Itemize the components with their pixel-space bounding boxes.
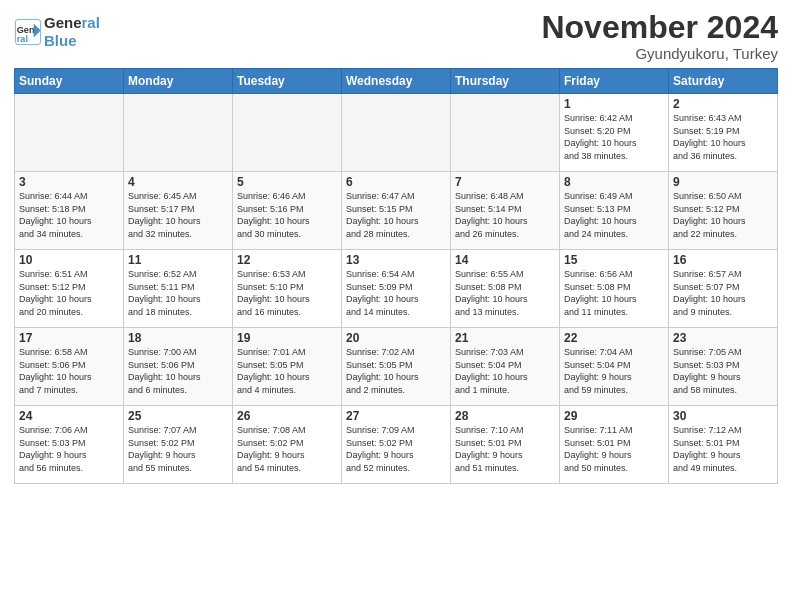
week-row-5: 24Sunrise: 7:06 AMSunset: 5:03 PMDayligh… bbox=[15, 406, 778, 484]
calendar-cell: 11Sunrise: 6:52 AMSunset: 5:11 PMDayligh… bbox=[124, 250, 233, 328]
day-number: 14 bbox=[455, 253, 555, 267]
day-info: Sunrise: 7:00 AMSunset: 5:06 PMDaylight:… bbox=[128, 346, 228, 396]
calendar-cell: 30Sunrise: 7:12 AMSunset: 5:01 PMDayligh… bbox=[669, 406, 778, 484]
day-number: 6 bbox=[346, 175, 446, 189]
day-number: 20 bbox=[346, 331, 446, 345]
day-number: 30 bbox=[673, 409, 773, 423]
calendar-cell: 10Sunrise: 6:51 AMSunset: 5:12 PMDayligh… bbox=[15, 250, 124, 328]
day-number: 28 bbox=[455, 409, 555, 423]
day-number: 8 bbox=[564, 175, 664, 189]
logo-line2: Blue bbox=[44, 32, 100, 50]
day-info: Sunrise: 7:11 AMSunset: 5:01 PMDaylight:… bbox=[564, 424, 664, 474]
day-number: 29 bbox=[564, 409, 664, 423]
calendar-cell bbox=[15, 94, 124, 172]
day-number: 23 bbox=[673, 331, 773, 345]
logo: Gene ral General Blue bbox=[14, 14, 100, 50]
day-number: 16 bbox=[673, 253, 773, 267]
day-number: 21 bbox=[455, 331, 555, 345]
day-number: 17 bbox=[19, 331, 119, 345]
day-info: Sunrise: 6:56 AMSunset: 5:08 PMDaylight:… bbox=[564, 268, 664, 318]
day-info: Sunrise: 6:51 AMSunset: 5:12 PMDaylight:… bbox=[19, 268, 119, 318]
calendar-cell: 25Sunrise: 7:07 AMSunset: 5:02 PMDayligh… bbox=[124, 406, 233, 484]
day-number: 9 bbox=[673, 175, 773, 189]
calendar-cell: 22Sunrise: 7:04 AMSunset: 5:04 PMDayligh… bbox=[560, 328, 669, 406]
day-number: 11 bbox=[128, 253, 228, 267]
day-number: 18 bbox=[128, 331, 228, 345]
day-info: Sunrise: 6:43 AMSunset: 5:19 PMDaylight:… bbox=[673, 112, 773, 162]
calendar-cell: 9Sunrise: 6:50 AMSunset: 5:12 PMDaylight… bbox=[669, 172, 778, 250]
day-info: Sunrise: 6:49 AMSunset: 5:13 PMDaylight:… bbox=[564, 190, 664, 240]
day-info: Sunrise: 7:09 AMSunset: 5:02 PMDaylight:… bbox=[346, 424, 446, 474]
day-info: Sunrise: 6:54 AMSunset: 5:09 PMDaylight:… bbox=[346, 268, 446, 318]
calendar-cell: 27Sunrise: 7:09 AMSunset: 5:02 PMDayligh… bbox=[342, 406, 451, 484]
calendar-cell: 19Sunrise: 7:01 AMSunset: 5:05 PMDayligh… bbox=[233, 328, 342, 406]
col-header-saturday: Saturday bbox=[669, 69, 778, 94]
col-header-sunday: Sunday bbox=[15, 69, 124, 94]
header: Gene ral General Blue November 2024 Gyun… bbox=[14, 10, 778, 62]
day-number: 24 bbox=[19, 409, 119, 423]
day-info: Sunrise: 6:52 AMSunset: 5:11 PMDaylight:… bbox=[128, 268, 228, 318]
day-number: 7 bbox=[455, 175, 555, 189]
day-info: Sunrise: 6:53 AMSunset: 5:10 PMDaylight:… bbox=[237, 268, 337, 318]
day-info: Sunrise: 6:47 AMSunset: 5:15 PMDaylight:… bbox=[346, 190, 446, 240]
day-info: Sunrise: 7:03 AMSunset: 5:04 PMDaylight:… bbox=[455, 346, 555, 396]
calendar: SundayMondayTuesdayWednesdayThursdayFrid… bbox=[14, 68, 778, 484]
month-title: November 2024 bbox=[541, 10, 778, 45]
day-number: 27 bbox=[346, 409, 446, 423]
calendar-cell: 15Sunrise: 6:56 AMSunset: 5:08 PMDayligh… bbox=[560, 250, 669, 328]
day-number: 26 bbox=[237, 409, 337, 423]
day-number: 10 bbox=[19, 253, 119, 267]
calendar-cell bbox=[342, 94, 451, 172]
calendar-cell: 1Sunrise: 6:42 AMSunset: 5:20 PMDaylight… bbox=[560, 94, 669, 172]
day-number: 3 bbox=[19, 175, 119, 189]
col-header-monday: Monday bbox=[124, 69, 233, 94]
calendar-cell: 24Sunrise: 7:06 AMSunset: 5:03 PMDayligh… bbox=[15, 406, 124, 484]
day-info: Sunrise: 7:01 AMSunset: 5:05 PMDaylight:… bbox=[237, 346, 337, 396]
week-row-1: 1Sunrise: 6:42 AMSunset: 5:20 PMDaylight… bbox=[15, 94, 778, 172]
page-container: Gene ral General Blue November 2024 Gyun… bbox=[0, 0, 792, 490]
calendar-cell: 20Sunrise: 7:02 AMSunset: 5:05 PMDayligh… bbox=[342, 328, 451, 406]
day-info: Sunrise: 6:42 AMSunset: 5:20 PMDaylight:… bbox=[564, 112, 664, 162]
col-header-tuesday: Tuesday bbox=[233, 69, 342, 94]
day-number: 22 bbox=[564, 331, 664, 345]
day-info: Sunrise: 6:45 AMSunset: 5:17 PMDaylight:… bbox=[128, 190, 228, 240]
day-info: Sunrise: 7:04 AMSunset: 5:04 PMDaylight:… bbox=[564, 346, 664, 396]
week-row-4: 17Sunrise: 6:58 AMSunset: 5:06 PMDayligh… bbox=[15, 328, 778, 406]
calendar-cell: 5Sunrise: 6:46 AMSunset: 5:16 PMDaylight… bbox=[233, 172, 342, 250]
calendar-cell: 18Sunrise: 7:00 AMSunset: 5:06 PMDayligh… bbox=[124, 328, 233, 406]
logo-line1: General bbox=[44, 14, 100, 32]
col-header-friday: Friday bbox=[560, 69, 669, 94]
calendar-cell: 14Sunrise: 6:55 AMSunset: 5:08 PMDayligh… bbox=[451, 250, 560, 328]
day-info: Sunrise: 6:58 AMSunset: 5:06 PMDaylight:… bbox=[19, 346, 119, 396]
calendar-cell bbox=[124, 94, 233, 172]
calendar-cell: 26Sunrise: 7:08 AMSunset: 5:02 PMDayligh… bbox=[233, 406, 342, 484]
calendar-cell: 4Sunrise: 6:45 AMSunset: 5:17 PMDaylight… bbox=[124, 172, 233, 250]
calendar-cell: 17Sunrise: 6:58 AMSunset: 5:06 PMDayligh… bbox=[15, 328, 124, 406]
day-info: Sunrise: 7:05 AMSunset: 5:03 PMDaylight:… bbox=[673, 346, 773, 396]
day-info: Sunrise: 7:12 AMSunset: 5:01 PMDaylight:… bbox=[673, 424, 773, 474]
day-info: Sunrise: 7:10 AMSunset: 5:01 PMDaylight:… bbox=[455, 424, 555, 474]
day-info: Sunrise: 7:06 AMSunset: 5:03 PMDaylight:… bbox=[19, 424, 119, 474]
day-info: Sunrise: 7:07 AMSunset: 5:02 PMDaylight:… bbox=[128, 424, 228, 474]
calendar-cell: 23Sunrise: 7:05 AMSunset: 5:03 PMDayligh… bbox=[669, 328, 778, 406]
calendar-cell bbox=[233, 94, 342, 172]
calendar-cell: 3Sunrise: 6:44 AMSunset: 5:18 PMDaylight… bbox=[15, 172, 124, 250]
day-number: 4 bbox=[128, 175, 228, 189]
col-header-wednesday: Wednesday bbox=[342, 69, 451, 94]
calendar-cell bbox=[451, 94, 560, 172]
day-info: Sunrise: 6:46 AMSunset: 5:16 PMDaylight:… bbox=[237, 190, 337, 240]
calendar-cell: 16Sunrise: 6:57 AMSunset: 5:07 PMDayligh… bbox=[669, 250, 778, 328]
calendar-cell: 6Sunrise: 6:47 AMSunset: 5:15 PMDaylight… bbox=[342, 172, 451, 250]
calendar-cell: 29Sunrise: 7:11 AMSunset: 5:01 PMDayligh… bbox=[560, 406, 669, 484]
calendar-cell: 28Sunrise: 7:10 AMSunset: 5:01 PMDayligh… bbox=[451, 406, 560, 484]
calendar-header-row: SundayMondayTuesdayWednesdayThursdayFrid… bbox=[15, 69, 778, 94]
week-row-3: 10Sunrise: 6:51 AMSunset: 5:12 PMDayligh… bbox=[15, 250, 778, 328]
calendar-cell: 7Sunrise: 6:48 AMSunset: 5:14 PMDaylight… bbox=[451, 172, 560, 250]
day-info: Sunrise: 6:55 AMSunset: 5:08 PMDaylight:… bbox=[455, 268, 555, 318]
day-info: Sunrise: 6:48 AMSunset: 5:14 PMDaylight:… bbox=[455, 190, 555, 240]
calendar-cell: 13Sunrise: 6:54 AMSunset: 5:09 PMDayligh… bbox=[342, 250, 451, 328]
day-number: 15 bbox=[564, 253, 664, 267]
calendar-cell: 12Sunrise: 6:53 AMSunset: 5:10 PMDayligh… bbox=[233, 250, 342, 328]
svg-text:ral: ral bbox=[17, 34, 28, 44]
day-number: 12 bbox=[237, 253, 337, 267]
